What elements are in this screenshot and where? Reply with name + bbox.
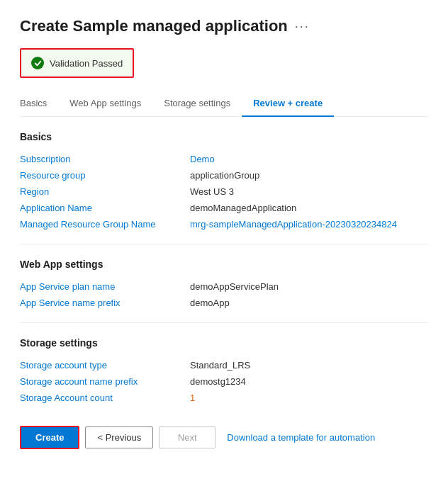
row-app-service-prefix: App Service name prefix demoApp <box>20 295 428 311</box>
section-storage-title: Storage settings <box>20 337 428 349</box>
section-basics-title: Basics <box>20 131 428 142</box>
row-storage-prefix: Storage account name prefix demostg1234 <box>20 373 428 390</box>
validation-text: Validation Passed <box>50 58 123 69</box>
label-storage-count: Storage Account count <box>20 392 190 403</box>
label-subscription: Subscription <box>20 154 190 164</box>
tabs-bar: Basics Web App settings Storage settings… <box>20 91 428 117</box>
label-storage-prefix: Storage account name prefix <box>20 376 190 387</box>
row-subscription: Subscription Demo <box>20 151 428 167</box>
value-storage-count: 1 <box>190 392 195 403</box>
label-app-name: Application Name <box>20 203 190 213</box>
basics-rows: Subscription Demo Resource group applica… <box>20 151 428 232</box>
value-app-name: demoManagedApplication <box>190 203 296 213</box>
section-webapp-title: Web App settings <box>20 259 428 270</box>
label-app-service-plan: App Service plan name <box>20 281 190 292</box>
row-resource-group: Resource group applicationGroup <box>20 167 428 183</box>
create-button[interactable]: Create <box>20 426 79 449</box>
label-region: Region <box>20 186 190 197</box>
label-storage-type: Storage account type <box>20 360 190 371</box>
storage-rows: Storage account type Standard_LRS Storag… <box>20 357 428 406</box>
row-app-service-plan: App Service plan name demoAppServicePlan <box>20 278 428 295</box>
row-region: Region West US 3 <box>20 183 428 200</box>
next-button[interactable]: Next <box>159 426 215 448</box>
title-ellipsis: ··· <box>295 19 310 34</box>
row-storage-type: Storage account type Standard_LRS <box>20 357 428 373</box>
value-region: West US 3 <box>190 186 234 197</box>
previous-button[interactable]: < Previous <box>85 426 153 448</box>
row-app-name: Application Name demoManagedApplication <box>20 200 428 216</box>
value-resource-group: applicationGroup <box>190 170 259 181</box>
page-title: Create Sample managed application ··· <box>20 17 428 35</box>
validation-banner: Validation Passed <box>20 48 134 78</box>
tab-review[interactable]: Review + create <box>242 91 334 117</box>
value-storage-type: Standard_LRS <box>190 360 250 371</box>
footer-buttons: Create < Previous Next Download a templa… <box>20 426 428 449</box>
validation-check-icon <box>31 57 44 69</box>
value-app-service-prefix: demoApp <box>190 298 230 308</box>
download-template-link[interactable]: Download a template for automation <box>227 432 375 443</box>
row-storage-count: Storage Account count 1 <box>20 390 428 406</box>
tab-storage[interactable]: Storage settings <box>152 91 242 117</box>
label-app-service-prefix: App Service name prefix <box>20 298 190 308</box>
title-text: Create Sample managed application <box>20 17 288 35</box>
tab-webapp[interactable]: Web App settings <box>58 91 152 117</box>
value-subscription: Demo <box>190 154 215 164</box>
label-managed-rg: Managed Resource Group Name <box>20 219 190 230</box>
value-storage-prefix: demostg1234 <box>190 376 246 387</box>
divider-1 <box>20 244 428 244</box>
value-managed-rg: mrg-sampleManagedApplication-20230320234… <box>190 219 397 230</box>
value-app-service-plan: demoAppServicePlan <box>190 281 279 292</box>
divider-2 <box>20 322 428 323</box>
tab-basics[interactable]: Basics <box>20 91 58 117</box>
webapp-rows: App Service plan name demoAppServicePlan… <box>20 278 428 311</box>
row-managed-rg: Managed Resource Group Name mrg-sampleMa… <box>20 216 428 232</box>
label-resource-group: Resource group <box>20 170 190 181</box>
